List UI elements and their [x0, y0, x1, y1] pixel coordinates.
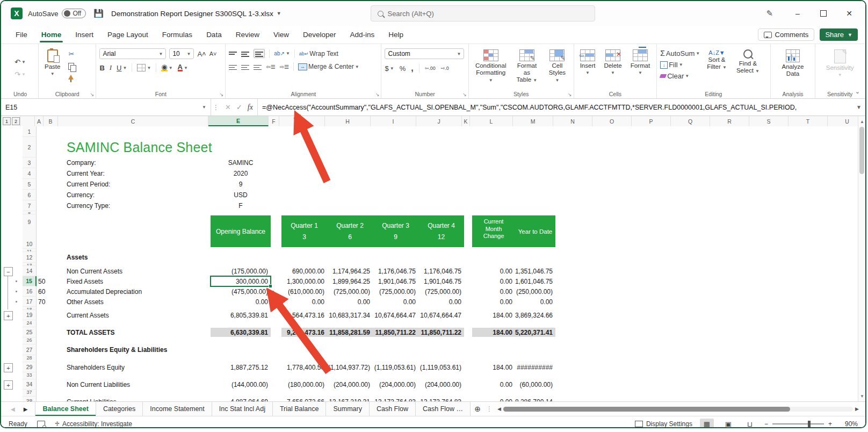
row-label[interactable]: Current Assets: [67, 310, 206, 320]
expand-formula-bar-button[interactable]: ▼: [852, 99, 865, 116]
row-label[interactable]: Other Assets: [67, 297, 206, 307]
value-cell[interactable]: 9,254,473.16: [281, 327, 324, 337]
conditional-formatting-button[interactable]: Conditional Formatting ▼: [472, 48, 510, 90]
align-center-button[interactable]: [241, 64, 249, 70]
delete-cells-button[interactable]: ✕ Delete ▼: [601, 48, 624, 90]
value-cell[interactable]: (475,000.00): [211, 286, 268, 297]
row-header-25[interactable]: 25: [23, 327, 37, 337]
page-break-view-button[interactable]: ⊔: [743, 419, 757, 428]
outline-level-1-button[interactable]: 1: [3, 117, 11, 125]
autosum-button[interactable]: Σ AutoSum ▼: [660, 49, 700, 57]
row-label[interactable]: Accumulated Depreciation: [67, 286, 206, 297]
value-cell[interactable]: 1,351,046.75: [515, 266, 553, 276]
value-cell[interactable]: (1,119,053.61): [373, 362, 416, 372]
value-cell[interactable]: 1,176,046.75: [418, 266, 461, 276]
borders-button[interactable]: ▼: [137, 64, 151, 71]
increase-decimal-button[interactable]: ⇦.00: [425, 66, 436, 71]
zoom-out-button[interactable]: −: [764, 420, 768, 428]
cell-styles-button[interactable]: ✎ Cell Styles ▼: [544, 48, 570, 90]
macro-record-icon[interactable]: [37, 421, 45, 428]
font-dialog-launcher[interactable]: ↘: [220, 92, 224, 97]
sensitivity-button[interactable]: ✎ Sensitivity ▼: [823, 46, 857, 80]
row-header-17[interactable]: 17: [23, 297, 37, 307]
value-cell[interactable]: (204,000.00): [373, 379, 416, 390]
bold-button[interactable]: B: [99, 64, 104, 72]
tab-file[interactable]: File: [9, 27, 34, 42]
account-code[interactable]: 60: [38, 286, 51, 297]
value-cell[interactable]: 0.00: [472, 379, 512, 390]
tab-add-ins[interactable]: Add-ins: [343, 27, 382, 42]
value-cell[interactable]: (250,000.00): [515, 286, 553, 297]
scroll-down-icon[interactable]: ▼: [858, 392, 865, 400]
collapse-group-button[interactable]: −: [4, 267, 13, 276]
value-cell[interactable]: 11,850,711.22: [373, 327, 416, 337]
row-label[interactable]: Shareholders Equity: [67, 362, 206, 372]
tab-data[interactable]: Data: [199, 27, 229, 42]
value-cell[interactable]: 0.00: [472, 276, 512, 286]
minimize-button[interactable]: –: [787, 5, 808, 21]
drag-handle-icon[interactable]: ⋮: [211, 99, 221, 116]
currency-format-button[interactable]: $ ▼: [385, 64, 394, 73]
account-code[interactable]: 50: [38, 276, 51, 286]
next-sheet-button[interactable]: ▶: [24, 406, 28, 412]
column-header-E[interactable]: E: [208, 116, 269, 126]
row-header-33[interactable]: 33: [23, 372, 37, 379]
row-header-16[interactable]: 16: [23, 286, 37, 297]
value-cell[interactable]: 0.00: [472, 266, 512, 276]
row-label[interactable]: Non Current Assets: [67, 266, 206, 276]
value-cell[interactable]: (175,000.00): [211, 266, 268, 276]
row-header-5[interactable]: 5: [23, 179, 37, 190]
tab-help[interactable]: Help: [381, 27, 410, 42]
underline-button[interactable]: U ▼: [117, 64, 127, 72]
value-cell[interactable]: (725,000.00): [418, 286, 461, 297]
row-header-9[interactable]: 910: [23, 214, 37, 249]
comments-button[interactable]: Comments: [758, 28, 815, 41]
value-cell[interactable]: 1,300,000.00: [281, 276, 324, 286]
value-cell[interactable]: 1,899,964.25: [327, 276, 370, 286]
value-cell[interactable]: (1,119,053.61): [418, 362, 461, 372]
number-dialog-launcher[interactable]: ↘: [462, 92, 467, 97]
info-value[interactable]: 9: [211, 179, 271, 190]
band-opening-balance[interactable]: Opening Balance: [211, 215, 271, 247]
sheet-tab-trial-balance[interactable]: Trial Balance: [273, 402, 327, 416]
section-label[interactable]: Assets: [67, 252, 281, 263]
decrease-indent-button[interactable]: ⇦☰: [266, 64, 275, 70]
horizontal-scrollbar[interactable]: ◀ ▶: [495, 404, 861, 414]
autosave-control[interactable]: AutoSave Off: [28, 9, 86, 18]
collapse-ribbon-button[interactable]: ⌄: [855, 88, 860, 95]
value-cell[interactable]: 0.00: [281, 297, 324, 307]
expand-group-button[interactable]: +: [4, 380, 13, 390]
insert-function-button[interactable]: fx: [248, 103, 253, 112]
cut-button[interactable]: ✂: [68, 50, 74, 58]
insert-cells-button[interactable]: ⇦ Insert ▼: [577, 48, 598, 90]
value-cell[interactable]: 5,220,371.41: [515, 327, 553, 337]
info-label[interactable]: Current Year:: [67, 168, 206, 179]
font-name-select[interactable]: Arial▼: [99, 48, 166, 59]
cancel-icon[interactable]: ✕: [225, 103, 231, 111]
selected-cell-e15[interactable]: [210, 276, 271, 287]
alignment-dialog-launcher[interactable]: ↘: [375, 92, 380, 97]
row-label[interactable]: Non Current Liabilities: [67, 379, 206, 390]
column-header-C[interactable]: C: [58, 116, 208, 126]
horizontal-scroll-thumb[interactable]: [503, 407, 790, 412]
column-header-I[interactable]: I: [371, 116, 416, 126]
value-cell[interactable]: 1,176,046.75: [373, 266, 416, 276]
tab-view[interactable]: View: [266, 27, 296, 42]
copy-button[interactable]: [68, 63, 74, 70]
value-cell[interactable]: 0.00: [211, 297, 268, 307]
band-quarter-1[interactable]: Quarter 13: [281, 215, 327, 247]
share-button[interactable]: Share ▼: [820, 28, 858, 41]
value-cell[interactable]: 0.00: [373, 297, 416, 307]
close-button[interactable]: ✕: [838, 5, 860, 21]
column-header-H[interactable]: H: [325, 116, 371, 126]
info-label[interactable]: Currency Type:: [67, 200, 206, 211]
merge-center-button[interactable]: ↔ Merge & Center ▼: [298, 63, 359, 70]
align-top-button[interactable]: [229, 51, 237, 56]
value-cell[interactable]: 10,674,664.47: [373, 310, 416, 320]
inking-icon[interactable]: ✎: [766, 9, 773, 18]
scroll-right-icon[interactable]: ▶: [853, 406, 861, 412]
value-cell[interactable]: 0.00: [472, 297, 512, 307]
value-cell[interactable]: (180,000.00): [281, 379, 324, 390]
column-header-G[interactable]: G: [279, 116, 325, 126]
tab-insert[interactable]: Insert: [68, 27, 100, 42]
